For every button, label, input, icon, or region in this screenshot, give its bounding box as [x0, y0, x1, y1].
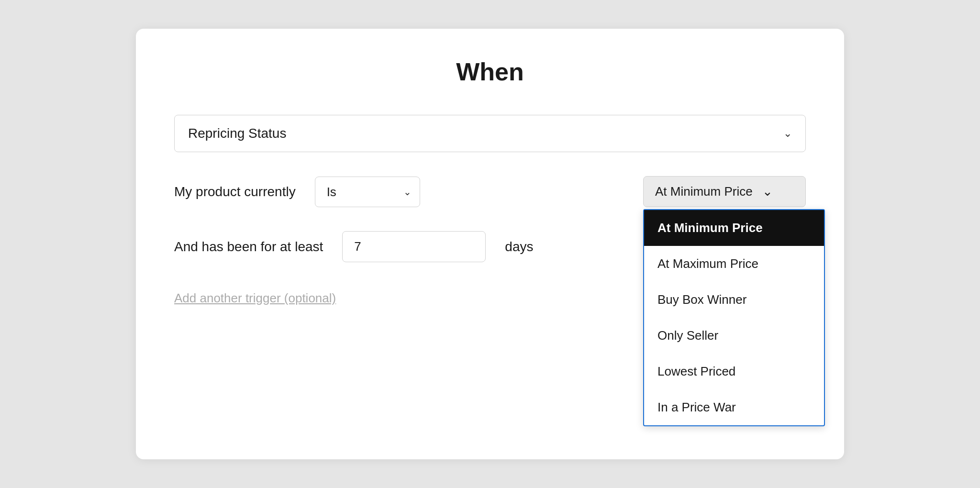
repricing-status-dropdown-trigger[interactable]: At Minimum Price ⌄ [643, 176, 806, 207]
dropdown-selected-value: At Minimum Price [655, 184, 753, 199]
dropdown-option-buy-box-winner[interactable]: Buy Box Winner [644, 282, 824, 318]
page-title: When [174, 57, 806, 86]
repricing-status-section[interactable]: Repricing Status ⌄ [174, 115, 806, 152]
product-condition-row: My product currently Is Is Not ⌄ At Mini… [174, 176, 806, 207]
dropdown-option-in-a-price-war[interactable]: In a Price War [644, 389, 824, 425]
dropdown-option-at-minimum-price[interactable]: At Minimum Price [644, 210, 824, 246]
add-trigger-link[interactable]: Add another trigger (optional) [174, 291, 336, 306]
days-label: And has been for at least [174, 239, 323, 255]
dropdown-chevron-icon: ⌄ [762, 184, 781, 199]
product-condition-label: My product currently [174, 184, 296, 200]
days-suffix: days [505, 239, 533, 255]
dropdown-option-at-maximum-price[interactable]: At Maximum Price [644, 246, 824, 282]
repricing-status-dropdown-container: At Minimum Price ⌄ At Minimum Price At M… [643, 176, 806, 207]
dropdown-option-lowest-priced[interactable]: Lowest Priced [644, 354, 824, 389]
is-select-wrapper[interactable]: Is Is Not ⌄ [315, 177, 420, 207]
dropdown-option-only-seller[interactable]: Only Seller [644, 318, 824, 354]
days-input[interactable] [342, 231, 486, 262]
is-select[interactable]: Is Is Not [315, 177, 420, 207]
repricing-status-chevron-icon: ⌄ [783, 127, 792, 140]
repricing-status-dropdown-menu: At Minimum Price At Maximum Price Buy Bo… [643, 209, 825, 426]
repricing-status-label: Repricing Status [188, 126, 286, 141]
main-card: When Repricing Status ⌄ My product curre… [136, 29, 844, 459]
